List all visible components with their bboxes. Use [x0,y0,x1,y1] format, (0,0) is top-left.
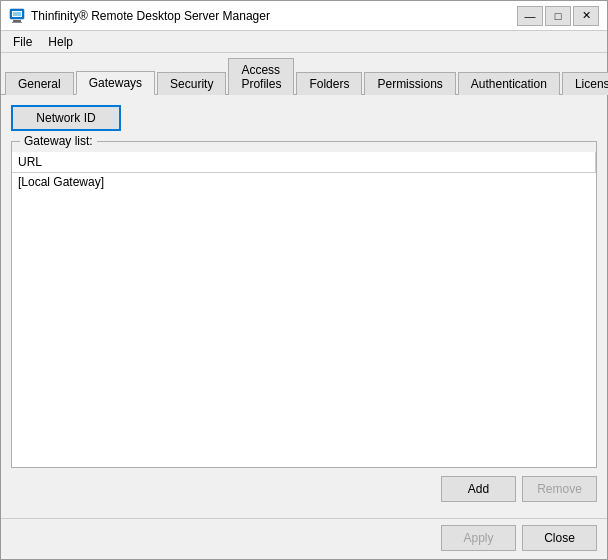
menu-bar: File Help [1,31,607,53]
tab-license[interactable]: License [562,72,608,95]
table-header: URL [12,152,596,173]
svg-rect-4 [13,12,21,16]
main-window: Thinfinity® Remote Desktop Server Manage… [0,0,608,560]
gateway-list-group: Gateway list: URL [Local Gateway] [11,141,597,468]
tab-authentication[interactable]: Authentication [458,72,560,95]
tab-permissions[interactable]: Permissions [364,72,455,95]
apply-button[interactable]: Apply [441,525,516,551]
footer: Apply Close [1,518,607,559]
close-button[interactable]: Close [522,525,597,551]
app-icon [9,8,25,24]
menu-file[interactable]: File [5,33,40,51]
tab-gateways[interactable]: Gateways [76,71,155,95]
tab-content: Network ID Gateway list: URL [Local Gate… [1,95,607,518]
svg-rect-2 [13,20,21,22]
gateway-table: URL [Local Gateway] [12,152,596,467]
window-title: Thinfinity® Remote Desktop Server Manage… [31,9,517,23]
maximize-button[interactable]: □ [545,6,571,26]
gateway-list-label: Gateway list: [20,134,97,148]
network-id-button[interactable]: Network ID [11,105,121,131]
table-body: [Local Gateway] [12,173,596,467]
remove-button[interactable]: Remove [522,476,597,502]
tab-bar: General Gateways Security Access Profile… [1,53,607,95]
add-button[interactable]: Add [441,476,516,502]
minimize-button[interactable]: — [517,6,543,26]
close-window-button[interactable]: ✕ [573,6,599,26]
table-action-buttons: Add Remove [11,476,597,502]
tab-security[interactable]: Security [157,72,226,95]
window-controls: — □ ✕ [517,6,599,26]
tab-folders[interactable]: Folders [296,72,362,95]
tab-general[interactable]: General [5,72,74,95]
table-cell-url: [Local Gateway] [18,175,590,189]
title-bar: Thinfinity® Remote Desktop Server Manage… [1,1,607,31]
tab-access-profiles[interactable]: Access Profiles [228,58,294,95]
url-column-header: URL [12,152,596,172]
svg-rect-3 [12,22,22,23]
table-row[interactable]: [Local Gateway] [12,173,596,191]
menu-help[interactable]: Help [40,33,81,51]
